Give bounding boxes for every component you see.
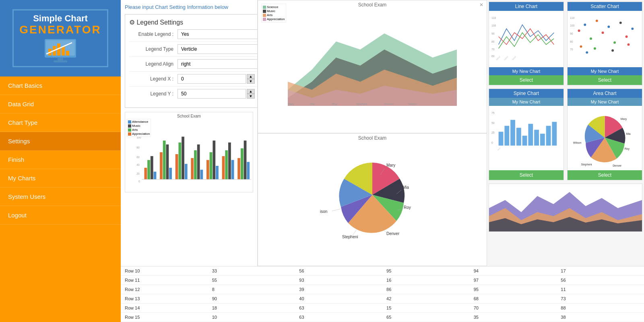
table-row: Row 15 10 63 65 35 38: [121, 313, 644, 322]
legend-x-row: Legend X : ▲ ▼: [129, 74, 258, 87]
svg-text:Mary: Mary: [621, 118, 627, 121]
svg-text:Mia: Mia: [310, 103, 314, 105]
monitor-icon: [42, 39, 78, 63]
nav-chart-type[interactable]: Chart Type: [0, 114, 121, 132]
bottom-charts-row: Spine Chart My New Chart 75 50 25 0: [487, 87, 644, 182]
area-chart-right-select[interactable]: Select: [568, 170, 642, 180]
legend-y-up[interactable]: ▲: [247, 89, 255, 94]
mini-chart-preview: School Exam Attendance Music Arts Apprec…: [125, 112, 253, 192]
svg-rect-19: [151, 156, 153, 180]
table-cell: 56: [295, 268, 382, 274]
scatter-chart-header: Scatter Chart: [568, 2, 642, 11]
svg-point-95: [627, 43, 630, 46]
svg-rect-34: [210, 152, 213, 180]
svg-rect-104: [516, 128, 521, 145]
data-table: Row 10 33 56 95 94 17 Row 11 55 93 16 97…: [121, 266, 644, 322]
table-cell: 42: [382, 295, 470, 302]
svg-text:40: 40: [136, 163, 140, 166]
right-panel: Line Chart 110 100 90 80 70 60: [487, 0, 644, 266]
table-cell: Row 13: [121, 295, 208, 302]
legend-type-input[interactable]: [178, 44, 258, 54]
svg-rect-23: [166, 144, 169, 180]
svg-rect-38: [225, 150, 228, 179]
legend-x-down[interactable]: ▼: [247, 79, 255, 84]
legend-x-input[interactable]: [178, 74, 246, 84]
svg-text:80: 80: [136, 146, 140, 149]
svg-point-89: [619, 22, 622, 24]
svg-rect-37: [222, 156, 225, 180]
mini-chart-title: School Exam: [127, 114, 251, 118]
pie-chart-title: School Exam: [357, 134, 388, 142]
scatter-chart-select[interactable]: Select: [568, 75, 642, 85]
scatter-chart-svg: 110 100 90 80 70: [569, 12, 640, 61]
nav-finish[interactable]: Finish: [0, 151, 121, 169]
legend-y-row: Legend Y : ▲ ▼: [129, 89, 258, 101]
table-cell: Row 12: [121, 286, 208, 293]
svg-rect-39: [228, 142, 231, 180]
svg-text:item: item: [497, 147, 501, 151]
legend-y-down[interactable]: ▼: [247, 94, 255, 99]
table-cell: 33: [208, 268, 295, 274]
svg-rect-20: [154, 171, 157, 179]
table-cell: 39: [295, 286, 382, 293]
svg-text:Mia: Mia: [626, 132, 631, 135]
svg-text:Stepheni: Stepheni: [342, 235, 358, 239]
legend-x-up[interactable]: ▲: [247, 74, 255, 79]
table-cell: 63: [295, 314, 382, 320]
svg-text:Roy: Roy: [404, 205, 411, 210]
spine-chart-select[interactable]: Select: [489, 170, 564, 180]
spine-chart-header: Spine Chart: [489, 89, 564, 98]
svg-rect-21: [160, 152, 163, 180]
nav-logout[interactable]: Logout: [0, 206, 121, 225]
svg-rect-26: [178, 142, 181, 180]
table-row: Row 14 18 63 15 70 88: [121, 303, 644, 313]
svg-rect-24: [169, 168, 172, 180]
legend-x-spinner: ▲ ▼: [178, 74, 255, 84]
svg-rect-6: [66, 51, 69, 56]
svg-point-83: [584, 24, 586, 26]
table-cell: 55: [208, 277, 295, 283]
svg-rect-105: [522, 136, 527, 146]
legend-align-input[interactable]: [178, 59, 258, 69]
svg-rect-43: [244, 140, 247, 180]
table-cell: 68: [470, 295, 557, 302]
table-cell: 65: [382, 314, 470, 320]
table-cell: Row 15: [121, 314, 208, 320]
area-chart-close[interactable]: ✕: [479, 2, 483, 8]
nav-chart-basics[interactable]: Chart Basics: [0, 76, 121, 95]
svg-text:20: 20: [136, 172, 140, 175]
nav-my-charts[interactable]: My Charts: [0, 169, 121, 188]
svg-rect-9: [54, 60, 67, 62]
svg-point-93: [594, 47, 596, 50]
nav-data-grid[interactable]: Data Grid: [0, 95, 121, 114]
logo-box: Simple Chart GENERATOR: [12, 9, 108, 67]
nav-system-users[interactable]: System Users: [0, 188, 121, 206]
svg-text:100: 100: [491, 24, 496, 27]
legend-y-input[interactable]: [178, 89, 246, 99]
svg-text:70: 70: [570, 48, 573, 51]
svg-point-87: [607, 25, 610, 28]
area-chart-legend: Science Music Arts Appreciation: [261, 4, 286, 23]
svg-rect-30: [194, 150, 197, 179]
svg-text:50: 50: [491, 122, 495, 124]
bottom-preview-svg: [489, 184, 642, 232]
svg-text:label: label: [495, 56, 501, 61]
legend-align-label: Legend Align: [129, 61, 178, 67]
top-charts-row: Line Chart 110 100 90 80 70 60: [487, 0, 644, 87]
svg-line-67: [332, 209, 341, 211]
spine-chart-body: 75 50 25 0: [489, 106, 564, 170]
enable-legend-input[interactable]: [178, 29, 258, 39]
line-chart-select[interactable]: Select: [489, 75, 564, 85]
table-cell: 10: [208, 314, 295, 320]
legend-align-row: Legend Align: [129, 59, 258, 72]
main-content: Please input Chart Setting Information b…: [121, 0, 644, 322]
table-cell: 11: [557, 286, 644, 293]
nav-settings[interactable]: Settings: [0, 132, 121, 151]
legend-x-spinner-buttons: ▲ ▼: [247, 74, 255, 84]
line-chart-body: 110 100 90 80 70 60 label l: [489, 11, 564, 67]
legend-y-label: Legend Y :: [129, 91, 178, 97]
svg-rect-44: [247, 162, 250, 179]
svg-rect-17: [144, 168, 147, 180]
svg-point-82: [578, 29, 580, 32]
svg-rect-40: [231, 160, 234, 179]
